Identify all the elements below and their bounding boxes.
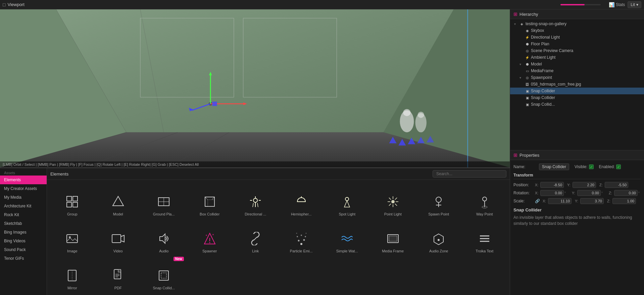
svg-line-45	[257, 203, 258, 207]
element-item-spawn-point[interactable]: Spawn Point	[416, 183, 461, 219]
hierarchy-item[interactable]: ▾◈testing-snap-on-gallery	[510, 20, 644, 27]
element-item-point-light[interactable]: Point Light	[370, 183, 416, 219]
name-value-button[interactable]: Snap Collider	[539, 163, 569, 170]
position-x-field: X:	[535, 182, 564, 188]
svg-point-75	[206, 235, 207, 236]
element-item-directional-[interactable]: Directional ...	[233, 183, 278, 219]
search-input[interactable]	[433, 170, 506, 178]
assets-item-sound-pack[interactable]: Sound Pack	[0, 245, 47, 254]
hierarchy-item[interactable]: ⚡Ambient Light	[510, 54, 644, 61]
element-item-way-point[interactable]: Way Point	[462, 183, 507, 219]
element-item-snap-collid-[interactable]: NewSnap Collid...	[141, 256, 187, 292]
hierarchy-item[interactable]: ▭MediaFrame	[510, 67, 644, 74]
rotation-x-input[interactable]	[540, 190, 564, 196]
hierarchy-item[interactable]: ⚡Directional Light	[510, 34, 644, 41]
visible-checkbox[interactable]: ✓	[589, 164, 594, 169]
hierarchy-item[interactable]: ▣Snap Collider	[510, 94, 644, 101]
z-axis-label: Z:	[599, 183, 604, 187]
element-item-mirror[interactable]: Mirror	[50, 256, 95, 292]
spawn-icon: ◎	[525, 75, 530, 80]
element-item-image[interactable]: Image	[50, 219, 95, 256]
assets-item-architecture-kit[interactable]: Architecture Kit	[0, 202, 47, 210]
x-axis-label: X:	[535, 183, 540, 187]
assets-item-sketchfab[interactable]: Sketchfab	[0, 219, 47, 228]
position-z-input[interactable]	[605, 182, 628, 188]
scale-link-icon[interactable]: 🔗	[535, 199, 540, 203]
expand-arrow-icon[interactable]: ▾	[519, 76, 524, 80]
hierarchy-item[interactable]: ◎Scene Preview Camera	[510, 47, 644, 54]
element-item-audio-zone[interactable]: Audio Zone	[416, 219, 461, 256]
svg-marker-34	[113, 196, 123, 206]
element-item-link[interactable]: Link	[233, 219, 278, 256]
hierarchy-item[interactable]: ▣Snap Collid...	[510, 101, 644, 108]
hierarchy-item[interactable]: ◉Skybox	[510, 27, 644, 34]
element-item-media-frame[interactable]: Media Frame	[370, 219, 416, 256]
element-item-pdf[interactable]: PDF	[96, 256, 141, 292]
rotation-z-input[interactable]	[614, 190, 638, 196]
element-item-ground-pla-[interactable]: Ground Pla...	[141, 183, 187, 219]
rotation-label: Rotation:	[513, 191, 534, 195]
lit-dropdown[interactable]: Lit ▾	[628, 1, 641, 8]
element-item-simple-wat-[interactable]: Simple Wat...	[325, 219, 370, 256]
hierarchy-item[interactable]: ▣Snap Collider	[510, 88, 644, 94]
assets-item-rock-kit[interactable]: Rock Kit	[0, 210, 47, 219]
enabled-checkbox[interactable]: ✓	[616, 164, 621, 169]
position-y-input[interactable]	[573, 182, 596, 188]
element-item-audio[interactable]: Audio	[141, 219, 187, 256]
scale-z-field: Z:	[607, 198, 636, 204]
assets-item-bing-videos[interactable]: Bing Videos	[0, 237, 47, 245]
troika-icon	[478, 230, 491, 247]
element-item-spot-light[interactable]: Spot Light	[325, 183, 370, 219]
assets-item-my-creator-assets[interactable]: My Creator Assets	[0, 184, 47, 193]
scale-y-input[interactable]	[580, 198, 604, 204]
element-item-video[interactable]: Video	[96, 219, 141, 256]
video-icon	[111, 230, 125, 247]
position-x-input[interactable]	[540, 182, 564, 188]
hierarchy-item[interactable]: ⬢Floor Plan	[510, 41, 644, 47]
element-item-spawner[interactable]: Spawner	[187, 219, 233, 256]
expand-arrow-icon[interactable]: ▾	[514, 22, 518, 26]
scale-z-input[interactable]	[612, 198, 636, 204]
hierarchy-item-label: Directional Light	[531, 35, 560, 40]
element-item-hemispher-[interactable]: Hemispher...	[279, 183, 324, 219]
element-label: Video	[113, 249, 123, 253]
expand-arrow-icon[interactable]: ▾	[519, 62, 524, 66]
y-axis-label: Y:	[567, 183, 572, 187]
hierarchy-item[interactable]: ▾◎Spawnpoint	[510, 74, 644, 81]
hierarchy-item[interactable]: 🖼058_hdrmaps_com_free.jpg	[510, 81, 644, 88]
svg-point-24	[417, 112, 424, 118]
element-item-box-collider[interactable]: Box Collider	[187, 183, 233, 219]
element-item-group[interactable]: Group	[50, 183, 95, 219]
element-item-particle-emi-[interactable]: Particle Emi...	[279, 219, 324, 256]
element-item-troika-text[interactable]: Troika Text	[462, 219, 507, 256]
assets-item-elements[interactable]: Elements	[0, 176, 47, 184]
element-item-model[interactable]: Model	[96, 183, 141, 219]
top-bar: □ Viewport 📊 Stats Lit ▾	[0, 0, 644, 9]
position-row: Position: X: Y: Z:	[513, 182, 641, 188]
hierarchy-icon: ⊞	[513, 11, 517, 17]
hierarchy-item[interactable]: ▾⬢Model	[510, 61, 644, 67]
viewport[interactable]: [LMB] Orbit / Select | [MMB] Pan | [RMB]…	[0, 9, 510, 167]
assets-item-my-media[interactable]: My Media	[0, 193, 47, 202]
assets-sidebar: Assets ElementsMy Creator AssetsMy Media…	[0, 168, 47, 295]
svg-rect-32	[67, 202, 71, 207]
stats-button[interactable]: 📊 Stats	[606, 1, 628, 8]
rotation-y-field: Y: °	[572, 190, 605, 196]
enabled-label: Enabled: ✓	[599, 164, 621, 169]
svg-line-57	[389, 198, 391, 200]
stats-icon: 📊	[609, 2, 614, 7]
visible-label: Visible: ✓	[575, 164, 593, 169]
scale-x-input[interactable]	[548, 198, 572, 204]
assets-item-tenor-gifs[interactable]: Tenor GIFs	[0, 254, 47, 263]
rotation-y-input[interactable]	[577, 190, 601, 196]
assets-item-bing-images[interactable]: Bing Images	[0, 228, 47, 237]
element-label: Link	[252, 249, 259, 253]
hemi-icon	[295, 193, 308, 210]
position-z-field: Z:	[599, 182, 628, 188]
box-collider-icon	[203, 193, 216, 210]
svg-line-59	[395, 198, 397, 200]
svg-point-42	[253, 198, 257, 202]
element-label: Media Frame	[382, 249, 404, 253]
svg-point-78	[300, 243, 302, 245]
snap-collider-description: An invisible layer that allows objects t…	[513, 214, 641, 227]
